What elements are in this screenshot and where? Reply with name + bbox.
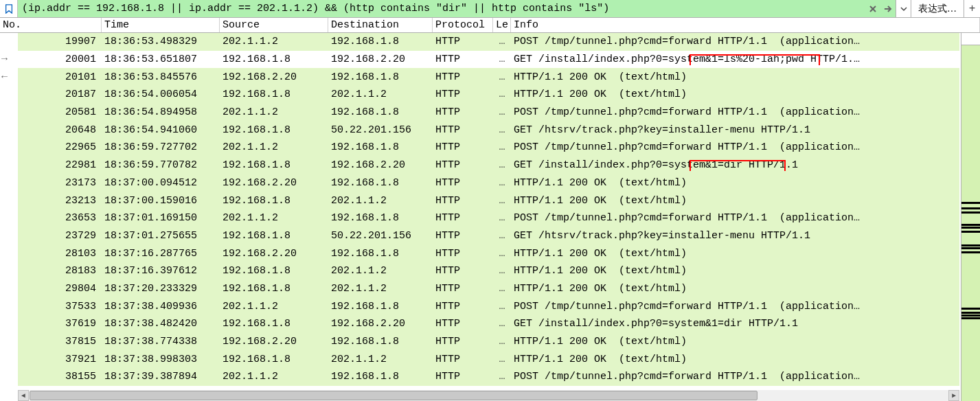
packet-protocol: HTTP [433, 212, 493, 224]
packet-no: 19907 [18, 36, 102, 47]
packet-row[interactable]: 2372918:37:01.275655192.168.1.850.22.201… [18, 227, 959, 245]
packet-time: 18:36:54.006054 [102, 89, 220, 100]
packet-protocol: HTTP [433, 248, 493, 260]
packet-no: 38155 [18, 371, 102, 382]
packet-no: 20648 [18, 124, 102, 136]
packet-row[interactable]: 3753318:37:38.409936202.1.1.2192.168.1.8… [18, 297, 959, 315]
clear-filter-button[interactable] [865, 0, 880, 17]
intelligent-scrollbar[interactable] [961, 33, 980, 401]
scroll-right-button[interactable]: ► [948, 390, 959, 401]
packet-length: … [493, 354, 511, 365]
column-headers: No. Time Source Destination Protocol Le … [0, 18, 980, 33]
packet-dest: 192.168.1.8 [328, 301, 433, 312]
packet-info: POST /tmp/tunnel.php?cmd=forward HTTP/1.… [511, 212, 959, 224]
packet-source: 202.1.1.2 [220, 301, 328, 312]
packet-no: 28183 [18, 265, 102, 277]
packet-protocol: HTTP [433, 71, 493, 83]
minimap-body[interactable] [961, 45, 980, 401]
packet-row[interactable]: 2818318:37:16.397612192.168.1.8202.1.1.2… [18, 262, 959, 280]
header-time[interactable]: Time [102, 18, 220, 32]
packet-time: 18:36:54.941060 [102, 124, 220, 136]
minimap-mark [961, 244, 980, 247]
packet-protocol: HTTP [433, 265, 493, 277]
packet-row[interactable]: 3815518:37:39.387894202.1.1.2192.168.1.8… [18, 368, 959, 386]
packet-dest: 192.168.2.20 [328, 54, 433, 65]
scroll-thumb[interactable] [30, 391, 757, 400]
scroll-track[interactable] [29, 390, 948, 401]
packet-length: … [493, 71, 511, 83]
packet-row[interactable]: 2058118:36:54.894958202.1.1.2192.168.1.8… [18, 104, 959, 122]
packet-source: 202.1.1.2 [220, 212, 328, 224]
header-protocol[interactable]: Protocol [433, 18, 493, 32]
minimap-mark [961, 312, 980, 314]
packet-source: 202.1.1.2 [220, 36, 328, 47]
packet-row[interactable]: 2018718:36:54.006054192.168.1.8202.1.1.2… [18, 86, 959, 104]
add-filter-button[interactable]: + [964, 0, 980, 17]
apply-filter-button[interactable] [880, 0, 896, 17]
packet-time: 18:36:59.770782 [102, 159, 220, 171]
header-dest[interactable]: Destination [328, 18, 433, 32]
packet-row[interactable]: 2298118:36:59.770782192.168.1.8192.168.2… [18, 157, 959, 174]
packet-no: 23213 [18, 195, 102, 207]
packet-row[interactable]: 2317318:37:00.094512192.168.2.20192.168.… [18, 174, 959, 192]
packet-row[interactable]: 3761918:37:38.482420192.168.1.8192.168.2… [18, 315, 959, 333]
packet-source: 192.168.1.8 [220, 124, 328, 136]
packet-time: 18:36:54.894958 [102, 106, 220, 118]
packet-row[interactable]: 2010118:36:53.845576192.168.2.20192.168.… [18, 68, 959, 86]
packet-time: 18:37:01.169150 [102, 212, 220, 224]
packet-protocol: HTTP [433, 89, 493, 100]
packet-time: 18:37:00.094512 [102, 177, 220, 189]
packet-info: HTTP/1.1 200 OK (text/html) [511, 248, 959, 260]
packet-row[interactable]: 2000118:36:53.651807192.168.1.8192.168.2… [18, 51, 959, 69]
packet-length: … [493, 141, 511, 153]
packet-dest: 202.1.1.2 [328, 283, 433, 295]
packet-row[interactable]: 2810318:37:16.287765192.168.2.20192.168.… [18, 244, 959, 262]
packet-dest: 192.168.1.8 [328, 141, 433, 153]
packet-row[interactable]: 2365318:37:01.169150202.1.1.2192.168.1.8… [18, 209, 959, 227]
packet-dest: 202.1.1.2 [328, 265, 433, 277]
highlight-box [690, 54, 820, 65]
filter-dropdown-button[interactable] [896, 0, 911, 17]
packet-no: 23729 [18, 230, 102, 242]
expression-button[interactable]: 表达式… [911, 0, 964, 17]
header-length[interactable]: Le [493, 18, 511, 32]
packet-info: HTTP/1.1 200 OK (text/html) [511, 336, 959, 347]
minimap-mark [961, 308, 980, 310]
minimap-mark [961, 231, 980, 233]
chevron-down-icon [900, 5, 907, 12]
packet-row[interactable]: 2296518:36:59.727702202.1.1.2192.168.1.8… [18, 139, 959, 157]
packet-row[interactable]: 2064818:36:54.941060192.168.1.850.22.201… [18, 121, 959, 139]
packet-time: 18:37:38.482420 [102, 318, 220, 330]
packet-dest: 202.1.1.2 [328, 89, 433, 100]
packet-row[interactable]: 3792118:37:38.998303192.168.1.8202.1.1.2… [18, 350, 959, 368]
packet-source: 202.1.1.2 [220, 371, 328, 382]
packet-dest: 192.168.2.20 [328, 318, 433, 330]
packet-list-area: →← 1990718:36:53.498329202.1.1.2192.168.… [0, 33, 980, 401]
packet-row[interactable]: 3781518:37:38.774338192.168.2.20192.168.… [18, 333, 959, 351]
packet-protocol: HTTP [433, 195, 493, 207]
packet-source: 192.168.1.8 [220, 354, 328, 365]
packet-dest: 192.168.1.8 [328, 177, 433, 189]
packet-length: … [493, 89, 511, 100]
packet-info: GET /install/index.php?0=system&1=dir HT… [511, 159, 959, 171]
bookmark-button[interactable] [0, 0, 18, 17]
header-no[interactable]: No. [0, 18, 102, 32]
packet-length: … [493, 265, 511, 277]
header-info[interactable]: Info [511, 18, 980, 32]
packet-list[interactable]: 1990718:36:53.498329202.1.1.2192.168.1.8… [18, 33, 959, 401]
packet-info: HTTP/1.1 200 OK (text/html) [511, 354, 959, 365]
packet-source: 192.168.1.8 [220, 265, 328, 277]
packet-row[interactable]: 2980418:37:20.233329192.168.1.8202.1.1.2… [18, 280, 959, 298]
packet-row[interactable]: 1990718:36:53.498329202.1.1.2192.168.1.8… [18, 33, 959, 51]
header-source[interactable]: Source [220, 18, 328, 32]
horizontal-scrollbar[interactable]: ◄ ► [18, 390, 959, 401]
packet-info: GET /install/index.php?0=system&1=ls%20-… [511, 54, 959, 65]
scroll-left-button[interactable]: ◄ [18, 390, 29, 401]
packet-length: … [493, 230, 511, 242]
display-filter-input[interactable]: (ip.addr == 192.168.1.8 || ip.addr == 20… [18, 0, 865, 17]
packet-info: POST /tmp/tunnel.php?cmd=forward HTTP/1.… [511, 106, 959, 118]
packet-source: 192.168.2.20 [220, 177, 328, 189]
packet-row[interactable]: 2321318:37:00.159016192.168.1.8202.1.1.2… [18, 192, 959, 209]
apply-arrow-icon [883, 4, 893, 14]
packet-source: 192.168.1.8 [220, 195, 328, 207]
